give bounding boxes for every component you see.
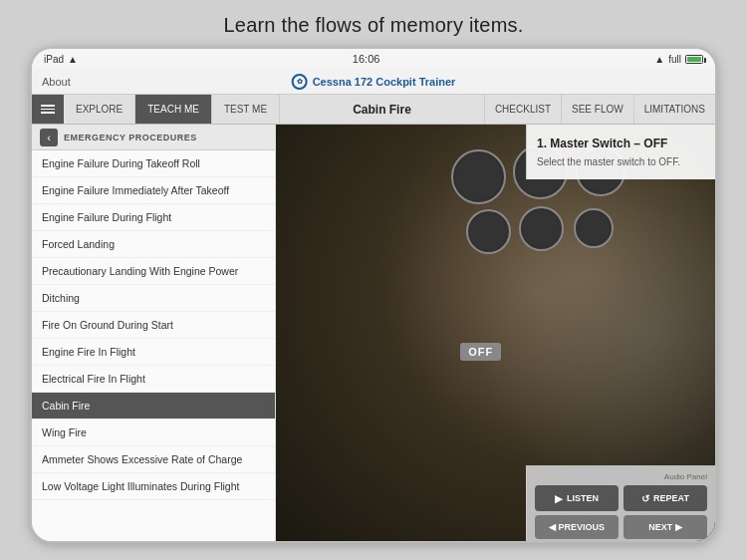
list-item[interactable]: Engine Failure During Takeoff Roll — [32, 150, 275, 177]
audio-buttons-row: ▶ LISTEN ↺ REPEAT — [535, 485, 707, 511]
battery-pct: full — [668, 54, 681, 65]
sidebar-header: ‹ EMERGENCY PROCEDURES — [32, 125, 275, 150]
cockpit-image-area: OFF 1. Master Switch – OFF Select the ma… — [276, 125, 715, 543]
off-label: OFF — [460, 343, 501, 361]
main-content: ‹ EMERGENCY PROCEDURES Engine Failure Du… — [32, 125, 715, 543]
repeat-button[interactable]: ↺ REPEAT — [623, 485, 707, 511]
list-item[interactable]: Low Voltage Light Illuminates During Fli… — [32, 473, 275, 500]
listen-label: LISTEN — [567, 493, 599, 503]
signal-icon: ▲ — [654, 54, 664, 65]
list-item[interactable]: Precautionary Landing With Engine Power — [32, 258, 275, 285]
app-logo-text: Cessna 172 Cockpit Trainer — [313, 76, 456, 88]
next-label: NEXT ▶ — [648, 522, 682, 532]
list-item[interactable]: Engine Failure Immediately After Takeoff — [32, 177, 275, 204]
sidebar-item-forced-landing[interactable]: Forced Landing — [32, 231, 275, 258]
app-nav-bar: About ✿ Cessna 172 Cockpit Trainer — [32, 69, 715, 95]
status-left: iPad ▲ — [44, 54, 78, 65]
status-bar: iPad ▲ 16:06 ▲ full — [32, 49, 715, 69]
tab-teach-me[interactable]: TEACH ME — [135, 95, 212, 124]
previous-button[interactable]: ◀ PREVIOUS — [535, 515, 619, 539]
tab-test-me[interactable]: TEST ME — [212, 95, 280, 124]
list-item[interactable]: Electrical Fire In Flight — [32, 366, 275, 393]
audio-panel: Audio Panel ▶ LISTEN ↺ REPEAT ◀ — [526, 465, 715, 543]
list-item[interactable]: Wing Fire — [32, 420, 275, 446]
instrument-turn — [466, 209, 511, 254]
nav-buttons-row: ◀ PREVIOUS NEXT ▶ — [535, 515, 707, 539]
app-title-area: Learn the flows of memory items. — [0, 0, 747, 47]
info-step-text: 1. Master Switch – OFF — [537, 137, 705, 150]
ipad-frame: iPad ▲ 16:06 ▲ full About ✿ Cessna 172 C… — [30, 47, 717, 543]
list-item[interactable]: Engine Fire In Flight — [32, 339, 275, 366]
repeat-label: REPEAT — [653, 493, 689, 503]
list-item[interactable]: Engine Failure During Flight — [32, 204, 275, 231]
hamburger-button[interactable] — [32, 95, 64, 124]
app-background: Learn the flows of memory items. iPad ▲ … — [0, 0, 747, 543]
back-button[interactable]: ‹ — [40, 129, 58, 146]
hamburger-icon — [41, 105, 55, 114]
instrument-vsi — [574, 208, 614, 248]
instrument-airspeed — [451, 149, 506, 204]
list-item[interactable]: Ammeter Shows Excessive Rate of Charge — [32, 446, 275, 473]
ipad-label: iPad — [44, 54, 64, 65]
tab-checklist[interactable]: CHECKLIST — [485, 95, 562, 124]
app-logo: ✿ Cessna 172 Cockpit Trainer — [292, 74, 456, 90]
info-description: Select the master switch to OFF. — [537, 155, 705, 169]
tab-see-flow[interactable]: SEE FLOW — [562, 95, 634, 124]
listen-icon: ▶ — [555, 493, 563, 504]
tab-explore[interactable]: EXPLORE — [64, 95, 135, 124]
sidebar: ‹ EMERGENCY PROCEDURES Engine Failure Du… — [32, 125, 276, 543]
sidebar-item-cabin-fire[interactable]: Cabin Fire — [32, 393, 275, 420]
battery-fill — [687, 57, 701, 62]
cessna-logo-icon: ✿ — [292, 74, 308, 90]
app-title: Learn the flows of memory items. — [224, 14, 524, 36]
list-item[interactable]: Ditching — [32, 285, 275, 312]
back-icon: ‹ — [47, 132, 51, 143]
wifi-icon: ▲ — [68, 54, 78, 65]
battery-icon — [685, 55, 703, 64]
listen-button[interactable]: ▶ LISTEN — [535, 485, 619, 511]
info-panel: 1. Master Switch – OFF Select the master… — [526, 125, 715, 179]
repeat-icon: ↺ — [641, 493, 649, 504]
tab-center-label: Cabin Fire — [280, 95, 485, 124]
next-button[interactable]: NEXT ▶ — [623, 515, 707, 539]
sidebar-header-text: EMERGENCY PROCEDURES — [64, 133, 197, 142]
top-tab-bar: EXPLORE TEACH ME TEST ME Cabin Fire CHEC… — [32, 95, 715, 125]
sidebar-item-fire-on-ground[interactable]: Fire On Ground During Start — [32, 312, 275, 339]
tab-limitations[interactable]: LIMITATIONS — [634, 95, 715, 124]
previous-label: ◀ PREVIOUS — [549, 522, 605, 532]
tab-right-group: CHECKLIST SEE FLOW LIMITATIONS — [485, 95, 715, 124]
instrument-heading — [519, 206, 564, 251]
audio-panel-label: Audio Panel — [535, 472, 707, 481]
nav-about-link[interactable]: About — [42, 76, 71, 88]
status-time: 16:06 — [353, 53, 380, 65]
status-right: ▲ full — [654, 54, 703, 65]
